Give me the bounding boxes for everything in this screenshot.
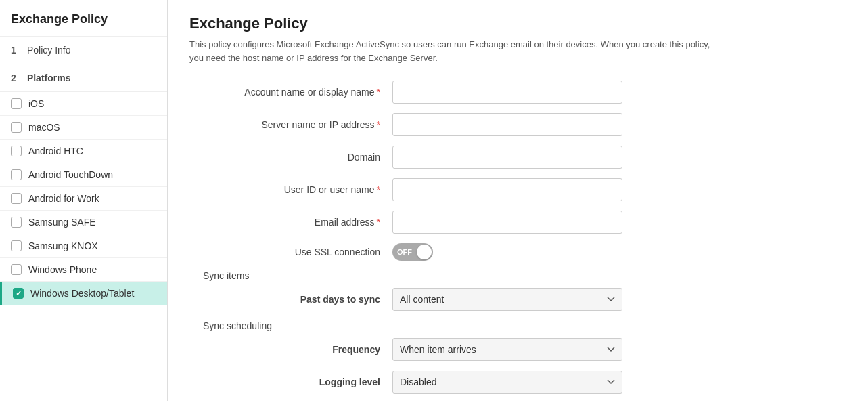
server-name-input[interactable] [392, 113, 622, 136]
sync-scheduling-row: Sync scheduling [189, 320, 771, 331]
platform-item-windows-phone[interactable]: Windows Phone [0, 258, 167, 282]
step-2-label: Platforms [27, 72, 71, 83]
platform-checkbox-samsung-knox [11, 240, 22, 251]
platform-item-android-touchdown[interactable]: Android TouchDown [0, 163, 167, 187]
server-name-label: Server name or IP address* [189, 119, 392, 130]
frequency-row: Frequency When item arrivesManual15 minu… [189, 338, 771, 361]
platform-name-android-htc: Android HTC [28, 146, 83, 156]
domain-label: Domain [189, 152, 392, 163]
platform-name-samsung-knox: Samsung KNOX [28, 240, 98, 251]
platform-checkbox-macos [11, 122, 22, 133]
ssl-toggle[interactable]: OFF [392, 243, 433, 261]
frequency-label: Frequency [189, 344, 392, 355]
platform-name-samsung-safe: Samsung SAFE [28, 217, 96, 228]
account-name-input[interactable] [392, 81, 622, 104]
ssl-toggle-label: OFF [397, 248, 412, 256]
email-row: Email address* [189, 211, 771, 234]
user-id-input[interactable] [392, 178, 622, 201]
ssl-toggle-knob [417, 245, 432, 259]
platform-name-android-touchdown: Android TouchDown [28, 169, 113, 180]
platform-checkbox-android-htc [11, 146, 22, 156]
platform-name-windows-phone: Windows Phone [28, 264, 97, 275]
sidebar-title: Exchange Policy [0, 0, 167, 37]
step-1-num: 1 [11, 45, 24, 56]
account-name-row: Account name or display name* [189, 81, 771, 104]
ssl-label: Use SSL connection [189, 247, 392, 257]
platform-checkbox-samsung-safe [11, 217, 22, 228]
platform-list: iOSmacOSAndroid HTCAndroid TouchDownAndr… [0, 92, 167, 305]
platform-checkbox-ios [11, 98, 22, 109]
sync-items-label: Sync items [189, 270, 392, 281]
platform-checkbox-windows-desktop [13, 288, 24, 299]
user-id-label: User ID or user name* [189, 184, 392, 195]
main-title: Exchange Policy [189, 15, 846, 33]
ssl-row: Use SSL connection OFF [189, 243, 771, 261]
platform-checkbox-android-touchdown [11, 169, 22, 180]
main-content: Exchange Policy This policy configures M… [168, 0, 868, 401]
platform-item-windows-desktop[interactable]: Windows Desktop/Tablet [0, 282, 167, 305]
email-label: Email address* [189, 217, 392, 228]
domain-row: Domain [189, 146, 771, 169]
past-days-label: Past days to sync [189, 294, 392, 305]
platform-item-android-work[interactable]: Android for Work [0, 187, 167, 211]
sync-scheduling-label: Sync scheduling [189, 320, 392, 331]
main-description: This policy configures Microsoft Exchang… [189, 38, 717, 64]
domain-input[interactable] [392, 146, 622, 169]
platform-item-ios[interactable]: iOS [0, 92, 167, 116]
logging-row: Logging level DisabledBasicVerbose [189, 371, 771, 394]
user-id-row: User ID or user name* [189, 178, 771, 201]
account-name-label: Account name or display name* [189, 87, 392, 98]
platform-name-macos: macOS [28, 122, 60, 133]
platform-item-samsung-knox[interactable]: Samsung KNOX [0, 234, 167, 258]
server-name-row: Server name or IP address* [189, 113, 771, 136]
sidebar: Exchange Policy 1 Policy Info 2 Platform… [0, 0, 168, 401]
logging-select[interactable]: DisabledBasicVerbose [392, 371, 622, 394]
sync-items-row: Sync items [189, 270, 771, 281]
past-days-select[interactable]: All content1 day3 days1 week2 weeks1 mon… [392, 288, 622, 311]
platform-name-android-work: Android for Work [28, 193, 99, 204]
platform-item-android-htc[interactable]: Android HTC [0, 140, 167, 163]
step-2-num: 2 [11, 72, 24, 83]
platform-name-ios: iOS [28, 98, 44, 109]
frequency-select[interactable]: When item arrivesManual15 minutes30 minu… [392, 338, 622, 361]
exchange-form: Account name or display name* Server nam… [189, 81, 771, 394]
platform-item-samsung-safe[interactable]: Samsung SAFE [0, 211, 167, 234]
platform-name-windows-desktop: Windows Desktop/Tablet [30, 288, 134, 299]
platform-item-macos[interactable]: macOS [0, 116, 167, 140]
past-days-row: Past days to sync All content1 day3 days… [189, 288, 771, 311]
platform-checkbox-windows-phone [11, 264, 22, 275]
sidebar-step-1[interactable]: 1 Policy Info [0, 37, 167, 64]
sidebar-step-2[interactable]: 2 Platforms [0, 64, 167, 92]
step-1-label: Policy Info [27, 45, 71, 56]
platform-checkbox-android-work [11, 193, 22, 204]
logging-label: Logging level [189, 377, 392, 387]
email-input[interactable] [392, 211, 622, 234]
